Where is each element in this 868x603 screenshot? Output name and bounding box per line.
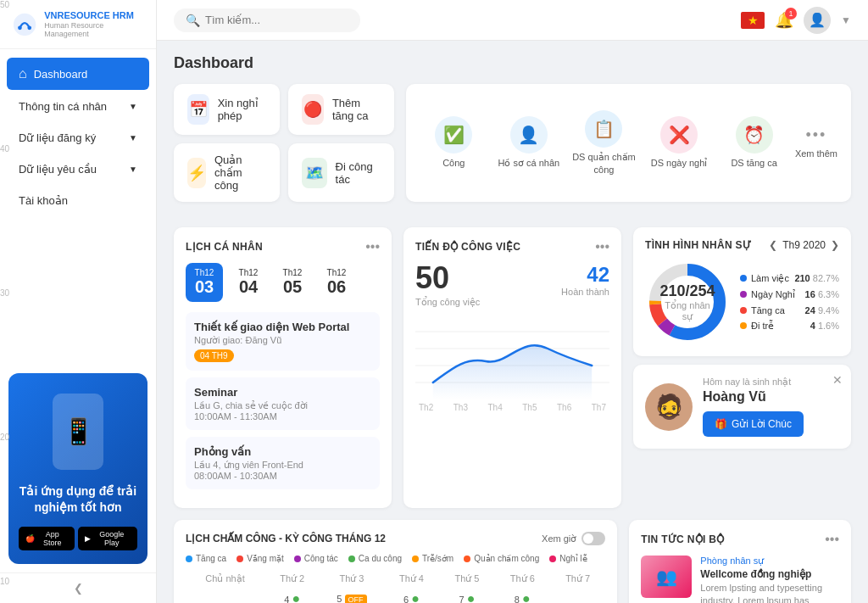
sidebar-item-label-dashboard: Dashboard <box>34 68 88 81</box>
svg-point-2 <box>27 25 31 30</box>
cal-day-0: 03 <box>195 277 214 297</box>
cal-dates: Th12 03 Th12 04 Th12 05 Th12 06 <box>186 263 380 302</box>
cal-event-2: Phỏng vấn Lầu 4, ứng viên Front-End 08:0… <box>186 437 380 489</box>
notification-button[interactable]: 🔔 1 <box>775 11 793 30</box>
send-greeting-label: Gửi Lời Chúc <box>732 418 792 430</box>
logo-icon <box>12 11 37 38</box>
xem-gio-toggle[interactable]: Xem giờ <box>542 532 605 545</box>
chevron-down-icon-2: ▼ <box>129 133 137 142</box>
sidebar-item-taikhoan[interactable]: Tài khoản <box>7 186 149 215</box>
cal-month-1: Th12 <box>239 268 259 277</box>
col-header-tue: Thứ 3 <box>320 570 383 588</box>
col-header-fri: Thứ 6 <box>495 570 550 588</box>
sidebar-item-label-dlidangky: Dữ liệu đăng ký <box>19 131 96 144</box>
col-header-sun: Chủ nhật <box>186 570 264 588</box>
legend-dot-lam-viec <box>740 275 747 282</box>
cal-event-time-1: 10:00AM - 11:30AM <box>194 411 371 422</box>
search-input[interactable] <box>205 14 341 26</box>
chart-xaxis: Th2 Th3 Th4 Th5 Th6 Th7 <box>415 403 609 412</box>
lich-ca-nhan-card: LỊCH CÁ NHÂN ••• Th12 03 Th12 04 Th12 05 <box>174 227 392 508</box>
sidebar-item-thongtin[interactable]: Thông tin cá nhân ▼ <box>7 92 149 121</box>
sidebar-item-dlieuyeucau[interactable]: Dữ liệu yêu cầu ▼ <box>7 154 149 184</box>
gift-icon: 🎁 <box>715 418 727 430</box>
icon-cong[interactable]: ✅ Công <box>420 116 488 169</box>
birthday-name: Hoàng Vũ <box>703 389 804 405</box>
legend-lam-viec: Làm việc 210 82.7% <box>740 273 839 284</box>
topbar-more-button[interactable]: ▼ <box>841 14 851 26</box>
sidebar-item-dashboard[interactable]: ⌂ Dashboard <box>7 58 149 90</box>
cong-icon: ✅ <box>435 116 472 154</box>
app-tagline: Human Resource Management <box>44 21 144 38</box>
xem-gio-label: Xem giờ <box>542 533 576 544</box>
content-area: Dashboard 📅 Xin nghỉ phép 🔴 Thêm tăng ca… <box>157 41 868 603</box>
done-tasks-label: Hoàn thành <box>561 287 609 297</box>
sidebar-item-label-taikhoan: Tài khoản <box>19 194 68 207</box>
appstore-button[interactable]: 🍎 App Store <box>19 527 75 550</box>
cal-event-time-2: 08:00AM - 10:30AM <box>194 471 371 481</box>
cal-month-2: Th12 <box>283 268 303 277</box>
sidebar-item-dlidangky[interactable]: Dữ liệu đăng ký ▼ <box>7 123 149 153</box>
att-table: Chủ nhật Thứ 2 Thứ 3 Thứ 4 Thứ 5 Thứ 6 T… <box>186 570 605 603</box>
action-label-tang-ca: Thêm tăng ca <box>332 97 381 122</box>
banner-phone-icon: 📱 <box>53 394 103 470</box>
icon-hosoca[interactable]: 👤 Hồ sơ cá nhân <box>495 116 564 169</box>
action-icon-nghi-phep: 📅 <box>187 94 209 125</box>
cal-date-03[interactable]: Th12 03 <box>186 263 223 302</box>
chevron-left-icon: ❮ <box>74 582 83 595</box>
cal-event-sub-2: Lầu 4, ứng viên Front-End <box>194 460 371 471</box>
prev-month-button[interactable]: ❮ <box>769 239 777 251</box>
user-avatar-button[interactable]: 👤 <box>804 7 831 34</box>
cal-event-title-0: Thiết kế giao diện Web Portal <box>194 321 371 333</box>
tin-tuc-more-button[interactable]: ••• <box>825 532 839 547</box>
icon-dstangca[interactable]: ⏰ DS tăng ca <box>720 116 788 169</box>
cal-month-0: Th12 <box>195 268 214 277</box>
birthday-close-button[interactable]: ✕ <box>832 373 843 387</box>
xemthem-label: Xem thêm <box>795 148 837 159</box>
action-tang-ca[interactable]: 🔴 Thêm tăng ca <box>288 84 394 135</box>
action-cong-tac[interactable]: 🗺️ Đi công tác <box>288 143 394 202</box>
news-title-0[interactable]: Wellcome đồng nghiệp <box>700 568 839 580</box>
googleplay-button[interactable]: ▶ Google Play <box>78 527 137 550</box>
col-header-sat: Thứ 7 <box>550 570 605 588</box>
top-icons-bar: ✅ Công 👤 Hồ sơ cá nhân 📋 DS quản chấm cô… <box>406 84 851 202</box>
cal-date-06[interactable]: Th12 06 <box>318 263 355 302</box>
toggle-switch[interactable] <box>581 532 605 545</box>
search-box[interactable]: 🔍 <box>174 8 360 32</box>
birthday-avatar: 🧔 <box>645 383 693 431</box>
legend-tang-ca: Tăng ca 24 9.4% <box>740 305 839 315</box>
birthday-label: Hôm nay là sinh nhật <box>703 377 804 388</box>
logo: VNRESOURCE HRM Human Resource Management <box>0 0 156 49</box>
action-nghi-phep[interactable]: 📅 Xin nghỉ phép <box>174 84 280 135</box>
sidebar-item-label-thongtin: Thông tin cá nhân <box>19 100 107 113</box>
action-cham-cong[interactable]: ⚡ Quản chấm công <box>174 143 280 202</box>
cal-date-04[interactable]: Th12 04 <box>230 263 267 302</box>
sidebar-collapse-button[interactable]: ❮ <box>0 572 156 603</box>
main-content: 🔍 ★ 🔔 1 👤 ▼ Dashboard 📅 Xin ngh <box>157 0 868 603</box>
notification-badge: 1 <box>785 8 797 20</box>
apple-icon: 🍎 <box>25 534 35 543</box>
cal-event-sub-0: Người giao: Đăng Vũ <box>194 335 371 346</box>
xem-them-button[interactable]: ••• Xem thêm <box>795 126 837 159</box>
tien-do-more-button[interactable]: ••• <box>595 239 609 254</box>
cal-event-1: Seminar Lầu G, chia sẻ về cuộc đời 10:00… <box>186 377 380 430</box>
icon-dsquan[interactable]: 📋 DS quản chấm công <box>570 110 638 176</box>
col-header-wed: Thứ 4 <box>384 570 440 588</box>
cal-event-title-1: Seminar <box>194 386 371 399</box>
language-flag-button[interactable]: ★ <box>741 12 765 29</box>
news-category-0: Phòng nhân sự <box>700 556 839 567</box>
cong-label: Công <box>442 157 465 169</box>
send-greeting-button[interactable]: 🎁 Gửi Lời Chúc <box>703 411 804 437</box>
cal-date-05[interactable]: Th12 05 <box>274 263 311 302</box>
dsquan-label: DS quản chấm công <box>570 151 638 176</box>
news-item-0: 👥 Phòng nhân sự Wellcome đồng nghiệp Lor… <box>641 556 839 603</box>
lich-ca-nhan-more-button[interactable]: ••• <box>365 239 380 254</box>
news-img-0: 👥 <box>641 556 692 598</box>
search-icon: 🔍 <box>186 14 200 27</box>
next-month-button[interactable]: ❯ <box>831 239 839 251</box>
action-label-nghi-phep: Xin nghỉ phép <box>218 97 266 122</box>
legend-dot-di-tre <box>740 322 747 329</box>
home-icon: ⌂ <box>19 66 27 81</box>
flag-star-icon: ★ <box>748 14 759 27</box>
icon-dsngayni[interactable]: ❌ DS ngày nghỉ <box>645 116 714 169</box>
chart-svg <box>415 315 609 399</box>
